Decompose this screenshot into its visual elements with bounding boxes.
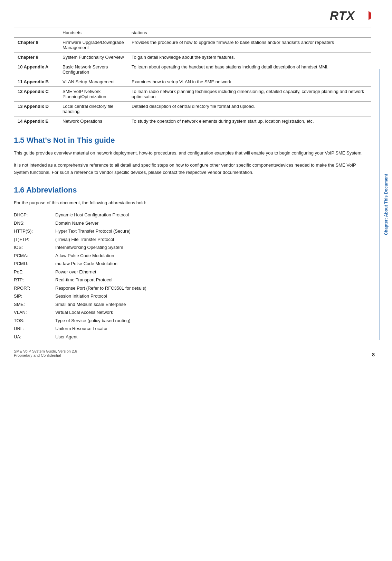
table-cell-topic: Firmware Upgrade/Downgrade Management [59,38,128,53]
abbrev-value: Type of Service (policy based routing) [55,317,371,324]
table-row: 13 Appendix DLocal central directory fil… [14,102,371,116]
section-16-title: 1.6 Abbreviations [14,186,371,195]
list-item: RPORT:Response Port (Refer to RFC3581 fo… [14,285,371,292]
abbrev-value: Domain Name Server [55,220,371,227]
abbrev-value: Hyper Text Transfer Protocol (Secure) [55,228,371,235]
abbrev-value: (Trivial) File Transfer Protocol [55,236,371,243]
table-cell-chapter: 11 Appendix B [14,77,59,87]
table-cell-description: To gain detail knowledge about the syste… [128,53,371,62]
footer-page-number: 8 [372,352,375,357]
abbrev-key: PCMA: [14,252,55,259]
list-item: URL:Uniform Resource Locator [14,325,371,332]
list-item: PCMU:mu-law Pulse Code Modulation [14,260,371,267]
table-cell-description: stations [128,28,371,38]
abbreviations-list: DHCP:Dynamic Host Configuration Protocol… [14,212,371,340]
abbrev-value: Virtual Local Access Network [55,309,371,316]
table-cell-topic: SME VoIP Network Planning/Optimization [59,87,128,102]
abbrev-key: VLAN: [14,309,55,316]
table-cell-chapter: 13 Appendix D [14,102,59,116]
list-item: RTP:Real-time Transport Protocol [14,277,371,283]
abbrev-key: DHCP: [14,212,55,218]
table-cell-chapter: Chapter 9 [14,53,59,62]
table-cell-description: To learn radio network planning techniqu… [128,87,371,102]
table-cell-description: To learn about operating the handset and… [128,62,371,77]
list-item: IOS:Internetworking Operating System [14,244,371,251]
sidebar-chapter-text: Chapter: About This Document [384,174,389,235]
list-item: SIP:Session Initiation Protocol [14,293,371,300]
abbrev-value: Small and Medium scale Enterprise [55,301,371,308]
abbrev-key: PoE: [14,269,55,275]
abbrev-key: RTP: [14,277,55,283]
abbrev-value: mu-law Pulse Code Modulation [55,260,371,267]
table-row: Handsetsstations [14,28,371,38]
list-item: DNS:Domain Name Server [14,220,371,227]
abbrev-key: RPORT: [14,285,55,292]
table-cell-topic: Handsets [59,28,128,38]
footer-guide-name: SME VoIP System Guide, Version 2.6 [14,349,77,353]
abbrev-key: SIP: [14,293,55,300]
abbrev-key: TOS: [14,317,55,324]
rtx-logo: RTX [330,7,371,24]
section-16-intro: For the purpose of this document, the fo… [14,199,371,207]
abbrev-value: A-law Pulse Code Modulation [55,252,371,259]
table-row: Chapter 9System Functionality OverviewTo… [14,53,371,62]
table-row: 14 Appendix ENetwork OperationsTo study … [14,116,371,126]
list-item: HTTP(S):Hyper Text Transfer Protocol (Se… [14,228,371,235]
list-item: PCMA:A-law Pulse Code Modulation [14,252,371,259]
abbrev-value: User Agent [55,334,371,340]
abbrev-value: Uniform Resource Locator [55,325,371,332]
table-cell-chapter [14,28,59,38]
table-cell-description: Provides the procedure of how to upgrade… [128,38,371,53]
abbrev-value: Dynamic Host Configuration Protocol [55,212,371,218]
abbrev-key: HTTP(S): [14,228,55,235]
abbrev-key: IOS: [14,244,55,251]
table-cell-description: Examines how to setup VLAN in the SME ne… [128,77,371,87]
list-item: VLAN:Virtual Local Access Network [14,309,371,316]
logo-area: RTX [14,7,371,24]
table-cell-description: Detailed description of central director… [128,102,371,116]
table-cell-topic: Network Operations [59,116,128,126]
chapter-sidebar: Chapter: About This Document [380,69,392,340]
footer: SME VoIP System Guide, Version 2.6 Propr… [14,349,375,357]
abbrev-value: Internetworking Operating System [55,244,371,251]
abbrev-value: Response Port (Refer to RFC3581 for deta… [55,285,371,292]
table-cell-chapter: 10 Appendix A [14,62,59,77]
svg-marker-1 [369,11,371,20]
list-item: SME:Small and Medium scale Enterprise [14,301,371,308]
abbrev-key: URL: [14,325,55,332]
abbrev-value: Power over Ethernet [55,269,371,275]
abbrev-key: UA: [14,334,55,340]
table-cell-topic: VLAN Setup Management [59,77,128,87]
chapter-table: HandsetsstationsChapter 8Firmware Upgrad… [14,28,371,126]
abbrev-key: (T)FTP: [14,236,55,243]
abbrev-value: Session Initiation Protocol [55,293,371,300]
list-item: UA:User Agent [14,334,371,340]
footer-left: SME VoIP System Guide, Version 2.6 Propr… [14,349,77,357]
table-cell-topic: System Functionality Overview [59,53,128,62]
abbrev-key: PCMU: [14,260,55,267]
list-item: PoE:Power over Ethernet [14,269,371,275]
table-row: 12 Appendix CSME VoIP Network Planning/O… [14,87,371,102]
table-row: 11 Appendix BVLAN Setup ManagementExamin… [14,77,371,87]
table-cell-description: To study the operation of network elemen… [128,116,371,126]
abbrev-value: Real-time Transport Protocol [55,277,371,283]
list-item: TOS:Type of Service (policy based routin… [14,317,371,324]
abbrev-key: DNS: [14,220,55,227]
table-cell-topic: Basic Network Servers Configuration [59,62,128,77]
section-15-para2: It is not intended as a comprehensive re… [14,162,371,176]
table-row: 10 Appendix ABasic Network Servers Confi… [14,62,371,77]
table-cell-chapter: 12 Appendix C [14,87,59,102]
table-cell-chapter: 14 Appendix E [14,116,59,126]
abbrev-key: SME: [14,301,55,308]
section-15-para1: This guide provides overview material on… [14,150,371,157]
list-item: (T)FTP:(Trivial) File Transfer Protocol [14,236,371,243]
page-container: RTX HandsetsstationsChapter 8Firmware Up… [0,0,392,361]
table-cell-chapter: Chapter 8 [14,38,59,53]
footer-confidential: Proprietary and Confidential [14,353,77,357]
table-cell-topic: Local central directory file handling [59,102,128,116]
list-item: DHCP:Dynamic Host Configuration Protocol [14,212,371,218]
section-15-title: 1.5 What's Not in This guide [14,136,371,145]
table-row: Chapter 8Firmware Upgrade/Downgrade Mana… [14,38,371,53]
svg-text:RTX: RTX [330,9,355,22]
